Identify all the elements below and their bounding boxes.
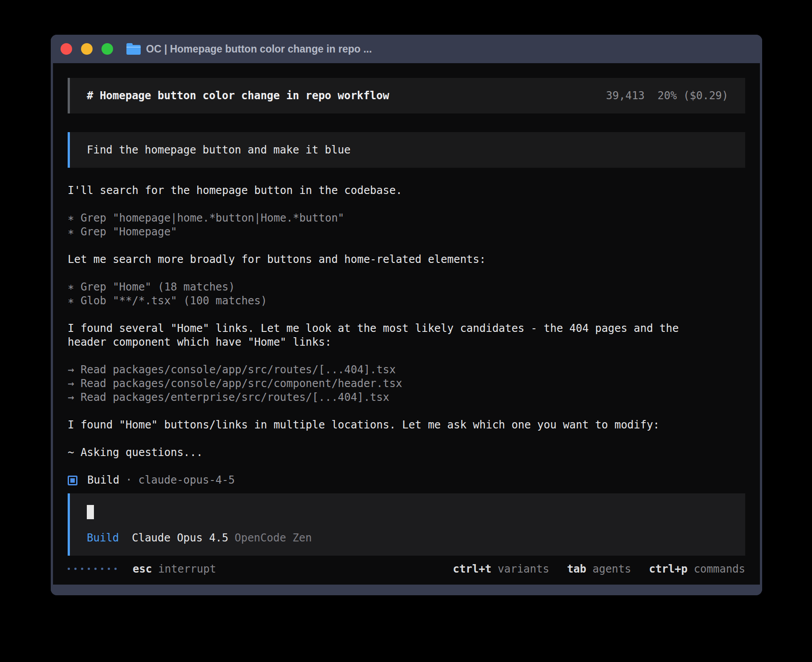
shortcut-label: commands [694, 563, 745, 575]
shortcut-hint-commands: ctrl+pcommands [649, 563, 745, 575]
shortcut-key: ctrl+t [453, 563, 491, 575]
shortcut-label: variants [498, 563, 549, 575]
zoom-button[interactable] [102, 43, 113, 55]
spinner-dots [68, 568, 117, 570]
transcript-paragraph: ∗ Grep "Home" (18 matches)∗ Glob "**/*.t… [68, 280, 745, 308]
shortcut-key: ctrl+p [649, 563, 688, 575]
prompt-input[interactable]: Build Claude Opus 4.5 OpenCode Zen [68, 493, 745, 556]
task-status-line: Build · claude-opus-4-5 [68, 473, 745, 487]
interrupt-hint: esc interrupt [133, 563, 216, 575]
transcript-line: I'll search for the homepage button in t… [68, 184, 745, 198]
input-provider-label: OpenCode Zen [235, 532, 312, 544]
text-cursor [87, 505, 94, 519]
transcript-line: ∗ Glob "**/*.tsx" (100 matches) [68, 294, 745, 308]
session-stats: 39,413 20% ($0.29) [606, 89, 728, 102]
window-bottom-edge [51, 585, 762, 595]
token-count: 39,413 [606, 89, 645, 102]
spinner-dot [88, 568, 90, 570]
input-footer: Build Claude Opus 4.5 OpenCode Zen [87, 532, 728, 544]
transcript-line: ∗ Grep "Home" (18 matches) [68, 280, 745, 294]
context-usage: 20% ($0.29) [658, 89, 728, 102]
minimize-button[interactable] [81, 43, 93, 55]
input-model-label[interactable]: Claude Opus 4.5 [132, 532, 228, 544]
spinner-dot [114, 568, 117, 570]
folder-icon [126, 43, 141, 55]
statusbar-right: ctrl+tvariantstabagentsctrl+pcommands [453, 563, 745, 575]
transcript-paragraph: ~ Asking questions... [68, 446, 745, 460]
transcript-paragraph: I found several "Home" links. Let me loo… [68, 322, 745, 349]
input-agent-label[interactable]: Build [87, 532, 119, 544]
spinner-dot [74, 568, 77, 570]
transcript-line: header component which have "Home" links… [68, 335, 745, 349]
transcript-line: → Read packages/console/app/src/routes/[… [68, 363, 745, 377]
spinner-dot [94, 568, 97, 570]
shortcut-hint-variants: ctrl+tvariants [453, 563, 549, 575]
shortcut-hint-agents: tabagents [567, 563, 631, 575]
transcript-paragraph: → Read packages/console/app/src/routes/[… [68, 363, 745, 404]
task-agent-name: Build [87, 473, 119, 487]
statusbar: esc interrupt ctrl+tvariantstabagentsctr… [68, 562, 745, 576]
interrupt-label: interrupt [158, 563, 216, 575]
user-message: Find the homepage button and make it blu… [68, 132, 745, 168]
transcript-line: ∗ Grep "homepage|home.*button|Home.*butt… [68, 211, 745, 225]
transcript-paragraph: ∗ Grep "homepage|home.*button|Home.*butt… [68, 211, 745, 239]
esc-key-label: esc [133, 563, 152, 575]
transcript-line: → Read packages/console/app/src/componen… [68, 377, 745, 391]
task-square-icon [68, 476, 77, 485]
transcript-line: ∗ Grep "Homepage" [68, 225, 745, 239]
transcript-line: Let me search more broadly for buttons a… [68, 253, 745, 266]
spinner-dot [81, 568, 83, 570]
window-title: OC | Homepage button color change in rep… [146, 43, 372, 55]
user-message-text: Find the homepage button and make it blu… [87, 144, 350, 156]
task-separator: · [126, 473, 132, 487]
spinner-dot [68, 568, 70, 570]
terminal-content: # Homepage button color change in repo w… [53, 63, 760, 585]
transcript-line: → Read packages/enterprise/src/routes/[.… [68, 391, 745, 404]
transcript-line: ~ Asking questions... [68, 446, 745, 460]
shortcut-key: tab [567, 563, 586, 575]
transcript-paragraph: Let me search more broadly for buttons a… [68, 253, 745, 266]
transcript-paragraph: I found "Home" buttons/links in multiple… [68, 418, 745, 432]
spinner-dot [101, 568, 103, 570]
traffic-lights [61, 43, 113, 55]
transcript: I'll search for the homepage button in t… [68, 184, 745, 487]
shortcut-label: agents [593, 563, 631, 575]
spinner-dot [108, 568, 110, 570]
session-title: # Homepage button color change in repo w… [87, 89, 389, 102]
statusbar-left: esc interrupt [68, 563, 216, 575]
session-header: # Homepage button color change in repo w… [68, 78, 745, 113]
titlebar: OC | Homepage button color change in rep… [51, 35, 762, 63]
terminal-window: OC | Homepage button color change in rep… [51, 35, 762, 595]
close-button[interactable] [61, 43, 72, 55]
transcript-line: I found several "Home" links. Let me loo… [68, 322, 745, 335]
transcript-paragraph: I'll search for the homepage button in t… [68, 184, 745, 198]
task-model-name: claude-opus-4-5 [138, 473, 235, 487]
transcript-line: I found "Home" buttons/links in multiple… [68, 418, 745, 432]
